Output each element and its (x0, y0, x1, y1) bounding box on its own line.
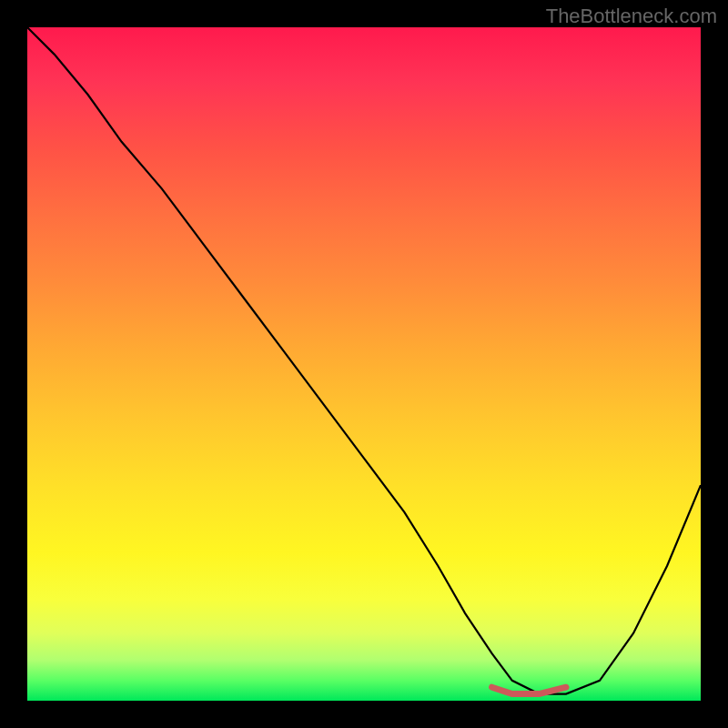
chart-svg (27, 27, 701, 701)
main-curve (27, 27, 701, 694)
watermark-text: TheBottleneck.com (546, 5, 717, 28)
plot-area (27, 27, 701, 701)
